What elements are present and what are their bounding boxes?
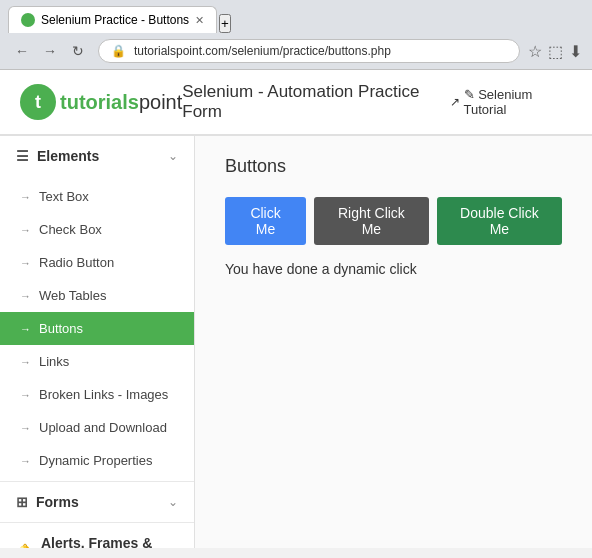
favicon-icon [21,13,35,27]
arrow-icon: → [20,224,31,236]
logo-text: tutorialspoint [60,91,182,114]
logo-plain: point [139,91,182,113]
alerts-label: Alerts, Frames & Windows [41,535,168,548]
url-text: tutorialspoint.com/selenium/practice/but… [134,44,391,58]
sidebar-item-label: Web Tables [39,288,106,303]
page-heading: Selenium - Automation Practice Form [182,82,449,122]
active-tab[interactable]: Selenium Practice - Buttons ✕ [8,6,217,33]
forms-section: ⊞ Forms ⌄ [0,482,194,523]
sidebar-item-label: Upload and Download [39,420,167,435]
arrow-icon: → [20,191,31,203]
sidebar-item-label: Text Box [39,189,89,204]
bookmark-button[interactable]: ☆ [528,42,542,61]
alerts-chevron-icon: ⌄ [168,544,178,548]
new-tab-button[interactable]: + [219,14,231,33]
elements-chevron-icon: ⌄ [168,149,178,163]
alerts-section-header[interactable]: 🔔 Alerts, Frames & Windows ⌄ [0,523,194,548]
forms-label: Forms [36,494,79,510]
browser-actions: ☆ ⬚ ⬇ [528,42,582,61]
sidebar-item-label: Links [39,354,69,369]
back-button[interactable]: ← [10,39,34,63]
logo-icon: t [20,84,56,120]
forms-section-header[interactable]: ⊞ Forms ⌄ [0,482,194,522]
forms-icon: ⊞ [16,494,28,510]
elements-section: ☰ Elements ⌄ → Text Box → Check Box [0,136,194,482]
tab-title: Selenium Practice - Buttons [41,13,189,27]
sidebar-item-radiobutton[interactable]: → Radio Button [0,246,194,279]
sidebar-item-label: Broken Links - Images [39,387,168,402]
external-link-icon: ↗ [450,95,460,109]
sidebar-item-label: Dynamic Properties [39,453,152,468]
close-tab-button[interactable]: ✕ [195,14,204,27]
section-title: Buttons [225,156,562,177]
double-click-me-button[interactable]: Double Click Me [437,197,562,245]
reload-button[interactable]: ↻ [66,39,90,63]
arrow-icon: → [20,455,31,467]
selenium-tutorial-link[interactable]: ↗ ✎ Selenium Tutorial [450,87,572,117]
sidebar-item-upload-download[interactable]: → Upload and Download [0,411,194,444]
sidebar: ☰ Elements ⌄ → Text Box → Check Box [0,136,195,548]
sidebar-item-dynamic-properties[interactable]: → Dynamic Properties [0,444,194,477]
main-content: Buttons Click Me Right Click Me Double C… [195,136,592,548]
logo-bold: tutorials [60,91,139,113]
elements-section-header[interactable]: ☰ Elements ⌄ [0,136,194,176]
tutorial-link-text: ✎ Selenium Tutorial [464,87,572,117]
arrow-icon: → [20,257,31,269]
sidebar-item-webtables[interactable]: → Web Tables [0,279,194,312]
arrow-icon: → [20,389,31,401]
sidebar-item-links[interactable]: → Links [0,345,194,378]
logo: t tutorialspoint [20,84,182,120]
screenshot-button[interactable]: ⬚ [548,42,563,61]
tab-bar: Selenium Practice - Buttons ✕ + [0,0,592,33]
forms-chevron-icon: ⌄ [168,495,178,509]
download-button[interactable]: ⬇ [569,42,582,61]
alerts-icon: 🔔 [16,543,33,548]
elements-header-left: ☰ Elements [16,148,99,164]
arrow-icon: → [20,356,31,368]
alerts-section: 🔔 Alerts, Frames & Windows ⌄ [0,523,194,548]
buttons-row: Click Me Right Click Me Double Click Me [225,197,562,245]
arrow-icon: → [20,422,31,434]
forms-header-left: ⊞ Forms [16,494,79,510]
elements-items: → Text Box → Check Box → Radio Button → … [0,176,194,481]
logo-letter: t [35,92,41,113]
sidebar-item-buttons[interactable]: → Buttons [0,312,194,345]
site-header: t tutorialspoint Selenium - Automation P… [0,70,592,135]
sidebar-item-broken-links[interactable]: → Broken Links - Images [0,378,194,411]
browser-chrome: Selenium Practice - Buttons ✕ + ← → ↻ 🔒 … [0,0,592,70]
sidebar-item-checkbox[interactable]: → Check Box [0,213,194,246]
sidebar-item-label: Buttons [39,321,83,336]
right-click-me-button[interactable]: Right Click Me [314,197,429,245]
elements-label: Elements [37,148,99,164]
content-area: ☰ Elements ⌄ → Text Box → Check Box [0,136,592,548]
nav-buttons: ← → ↻ [10,39,90,63]
arrow-icon: → [20,290,31,302]
forward-button[interactable]: → [38,39,62,63]
address-bar: ← → ↻ 🔒 tutorialspoint.com/selenium/prac… [0,33,592,69]
elements-icon: ☰ [16,148,29,164]
arrow-icon: → [20,323,31,335]
sidebar-item-textbox[interactable]: → Text Box [0,180,194,213]
click-me-button[interactable]: Click Me [225,197,306,245]
url-box[interactable]: 🔒 tutorialspoint.com/selenium/practice/b… [98,39,520,63]
sidebar-item-label: Radio Button [39,255,114,270]
dynamic-click-text: You have done a dynamic click [225,261,562,277]
sidebar-item-label: Check Box [39,222,102,237]
lock-icon: 🔒 [111,44,126,58]
page: t tutorialspoint Selenium - Automation P… [0,70,592,548]
alerts-header-left: 🔔 Alerts, Frames & Windows [16,535,168,548]
